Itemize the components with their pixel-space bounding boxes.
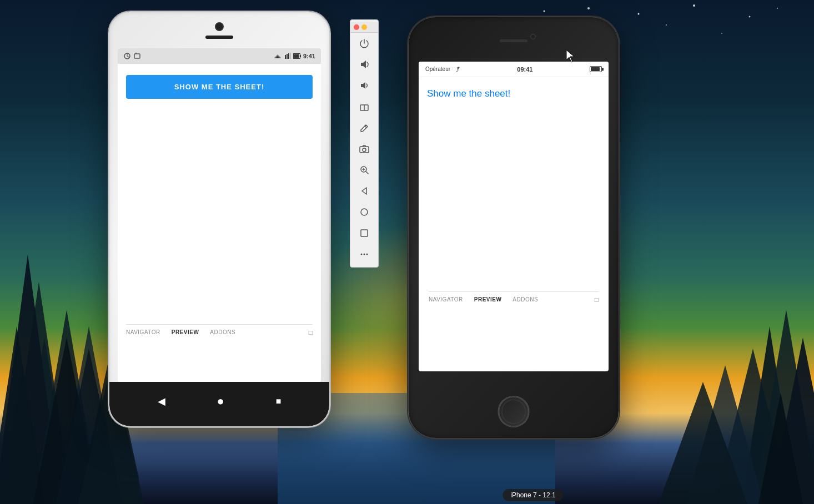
svg-rect-55 xyxy=(290,53,291,59)
device-label: iPhone 7 - 12.1 xyxy=(503,489,563,501)
android-body: 9:41 SHOW ME THE SHEET! NAVIGATOR PREVIE… xyxy=(108,11,330,427)
svg-point-38 xyxy=(363,148,366,152)
iphone-volume-up-button[interactable] xyxy=(408,95,409,123)
android-status-bar: 9:41 xyxy=(118,48,321,64)
circle-icon[interactable] xyxy=(354,202,374,222)
svg-marker-34 xyxy=(361,82,365,89)
iphone-mute-button[interactable] xyxy=(408,73,409,89)
iphone-tab-navigator[interactable]: NAVIGATOR xyxy=(429,296,463,303)
iphone-status-bar: Opérateur 09:41 xyxy=(419,62,609,77)
svg-rect-57 xyxy=(300,55,301,57)
volume-down-icon[interactable] xyxy=(354,75,374,95)
android-status-left xyxy=(123,52,141,60)
iphone-carrier: Opérateur xyxy=(425,66,460,72)
iphone-camera xyxy=(530,34,536,39)
android-speaker xyxy=(205,36,233,39)
svg-rect-45 xyxy=(361,230,368,236)
svg-point-48 xyxy=(366,254,368,255)
svg-marker-33 xyxy=(361,61,366,68)
android-recents-button[interactable]: ■ xyxy=(276,396,282,406)
power-icon[interactable] xyxy=(354,33,374,53)
android-content: SHOW ME THE SHEET! xyxy=(118,64,321,110)
iphone-battery xyxy=(590,66,602,72)
android-back-button[interactable]: ◀ xyxy=(158,395,165,407)
iphone-bottom-tabs: NAVIGATOR PREVIEW ADDONS □ xyxy=(429,291,599,305)
iphone-speaker xyxy=(500,39,527,42)
android-camera xyxy=(215,22,224,31)
android-show-button[interactable]: SHOW ME THE SHEET! xyxy=(126,75,313,99)
android-tab-preview[interactable]: PREVIEW xyxy=(172,329,199,335)
desktop: 9:41 SHOW ME THE SHEET! NAVIGATOR PREVIE… xyxy=(0,0,814,504)
back-icon[interactable] xyxy=(354,181,374,201)
svg-marker-43 xyxy=(362,188,366,194)
android-device: 9:41 SHOW ME THE SHEET! NAVIGATOR PREVIE… xyxy=(108,11,330,427)
toolbar xyxy=(350,19,379,268)
svg-rect-58 xyxy=(294,54,299,58)
svg-rect-53 xyxy=(287,54,288,59)
iphone-screen: Opérateur 09:41 xyxy=(419,62,609,371)
svg-line-40 xyxy=(366,172,368,174)
android-home-button[interactable]: ● xyxy=(217,394,224,409)
iphone-show-link[interactable]: Show me the sheet! xyxy=(427,88,510,99)
svg-point-47 xyxy=(364,254,365,255)
iphone-content: Show me the sheet! xyxy=(419,77,609,110)
svg-point-46 xyxy=(361,254,363,255)
android-tab-navigator[interactable]: NAVIGATOR xyxy=(126,329,160,335)
android-tab-addons[interactable]: ADDONS xyxy=(210,329,235,335)
android-screen: 9:41 SHOW ME THE SHEET! NAVIGATOR PREVIE… xyxy=(118,48,321,382)
square-icon[interactable] xyxy=(354,223,374,243)
svg-rect-50 xyxy=(134,54,140,58)
eraser-icon[interactable] xyxy=(354,97,374,117)
iphone-device: Opérateur 09:41 xyxy=(408,17,619,439)
zoom-icon[interactable] xyxy=(354,160,374,180)
pen-icon[interactable] xyxy=(354,118,374,138)
svg-point-59 xyxy=(456,71,458,72)
toolbar-titlebar xyxy=(350,22,378,33)
svg-point-44 xyxy=(361,209,368,215)
svg-rect-52 xyxy=(285,55,286,59)
iphone-power-button[interactable] xyxy=(619,84,619,117)
iphone-home-button[interactable] xyxy=(499,396,529,427)
iphone-tab-expand[interactable]: □ xyxy=(595,296,599,304)
iphone-tab-preview[interactable]: PREVIEW xyxy=(474,296,502,303)
android-nav-bar: ◀ ● ■ xyxy=(109,382,329,426)
more-icon[interactable] xyxy=(354,244,374,264)
camera-icon[interactable] xyxy=(354,139,374,159)
iphone-tab-addons[interactable]: ADDONS xyxy=(512,296,538,303)
iphone-volume-down-button[interactable] xyxy=(408,128,409,156)
svg-rect-54 xyxy=(288,53,289,59)
android-bottom-tabs: NAVIGATOR PREVIEW ADDONS □ xyxy=(126,324,313,337)
toolbar-minimize-button[interactable] xyxy=(361,24,367,30)
android-tab-expand[interactable]: □ xyxy=(309,329,313,336)
toolbar-close-button[interactable] xyxy=(354,24,359,30)
android-status-right: 9:41 xyxy=(273,53,315,59)
iphone-time: 09:41 xyxy=(517,66,532,73)
iphone-body: Opérateur 09:41 xyxy=(408,17,619,439)
android-time: 9:41 xyxy=(303,53,315,59)
volume-up-icon[interactable] xyxy=(354,54,374,74)
